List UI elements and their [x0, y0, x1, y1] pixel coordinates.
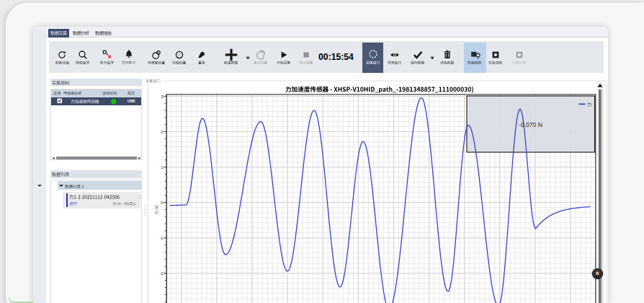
svg-text:3: 3	[161, 95, 163, 99]
svg-text:-1: -1	[159, 236, 163, 240]
svg-text:1: 1	[161, 165, 163, 170]
svg-text:-2: -2	[159, 271, 163, 276]
svg-text:2: 2	[161, 130, 163, 134]
svg-text:-0.070 N: -0.070 N	[519, 121, 542, 128]
